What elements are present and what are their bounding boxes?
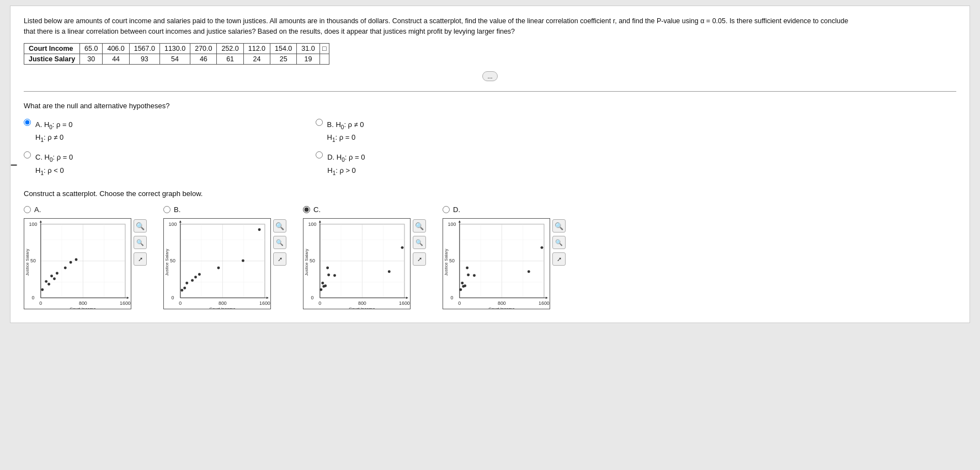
js-4: 54	[159, 54, 190, 64]
svg-marker-116	[546, 297, 548, 299]
svg-point-63	[242, 260, 244, 262]
ci-3: 1567.0	[129, 43, 159, 54]
svg-text:Justice Salary: Justice Salary	[25, 249, 30, 276]
svg-text:100: 100	[29, 221, 38, 227]
svg-point-122	[528, 270, 530, 273]
svg-point-89	[401, 246, 404, 249]
scatter-radio-c[interactable]	[303, 206, 310, 213]
graph-wrapper-d: 0 800 1600 0 50 100 Court Income Justice…	[443, 218, 566, 309]
ci-2: 406.0	[103, 43, 129, 54]
svg-point-24	[47, 283, 50, 286]
hypotheses-options-row2: C. H0: ρ = 0 H1: ρ < 0 D. H0: ρ = 0 H1: …	[24, 151, 956, 177]
svg-text:Court Income: Court Income	[349, 307, 375, 309]
court-income-label: Court Income	[24, 43, 80, 54]
hyp-b-h0: B. H0: ρ ≠ 0	[327, 119, 364, 132]
expand-icon-c[interactable]: ➚	[413, 252, 426, 266]
svg-point-31	[45, 280, 47, 283]
search-icon-c[interactable]: 🔍	[413, 219, 426, 233]
svg-text:Court Income: Court Income	[209, 307, 236, 309]
hypotheses-options: A. H0: ρ = 0 H1: ρ ≠ 0 B. H0: ρ ≠ 0 H1: …	[24, 119, 956, 145]
graph-icons-c: 🔍 🔍 ➚	[413, 218, 426, 266]
svg-point-124	[466, 267, 468, 270]
ci-1: 65.0	[80, 43, 103, 54]
ci-expand[interactable]: □	[319, 43, 329, 54]
ci-7: 112.0	[243, 43, 270, 54]
scatter-option-b: B. 0	[163, 205, 286, 309]
hyp-a-h1: H1: ρ ≠ 0	[35, 131, 73, 145]
scatter-header-c: C.	[303, 205, 321, 214]
justice-salary-label: Justice Salary	[24, 54, 80, 64]
svg-point-59	[194, 276, 197, 278]
search-minus-icon-c[interactable]: 🔍	[413, 236, 426, 249]
svg-text:50: 50	[30, 258, 36, 263]
svg-text:1600: 1600	[399, 300, 410, 306]
hyp-radio-a[interactable]	[24, 119, 31, 126]
js-empty	[319, 54, 329, 64]
search-minus-icon-a[interactable]: 🔍	[134, 236, 147, 249]
search-minus-icon-b[interactable]: 🔍	[273, 236, 286, 249]
graph-svg-b: 0 800 1600 0 50 100 Court Income Justice…	[164, 219, 270, 309]
hyp-a-h0: A. H0: ρ = 0	[35, 119, 73, 132]
svg-point-56	[183, 287, 186, 289]
svg-point-119	[461, 282, 464, 284]
scatter-radio-b[interactable]	[163, 206, 171, 213]
svg-point-25	[53, 277, 56, 280]
divider	[24, 91, 956, 92]
svg-marker-84	[406, 297, 408, 299]
hyp-text-a: A. H0: ρ = 0 H1: ρ ≠ 0	[35, 119, 73, 145]
search-minus-icon-d[interactable]: 🔍	[552, 236, 566, 249]
hyp-c-h0: C. H0: ρ = 0	[35, 151, 73, 165]
svg-point-23	[41, 288, 44, 291]
svg-point-30	[50, 274, 53, 277]
scatter-label-c: C.	[313, 205, 321, 214]
graph-svg-c: 0 800 1600 0 50 100 Court Income Justice…	[303, 219, 410, 309]
svg-text:100: 100	[448, 221, 456, 227]
scatter-label-a: A.	[34, 205, 41, 214]
graph-wrapper-c: 0 800 1600 0 50 100 Court Income Justice…	[303, 218, 426, 309]
svg-point-55	[180, 289, 183, 292]
js-1: 30	[80, 54, 103, 64]
graph-icons-a: 🔍 🔍 ➚	[134, 218, 147, 266]
svg-point-90	[388, 270, 391, 273]
svg-point-88	[333, 274, 336, 277]
svg-text:0: 0	[179, 300, 182, 306]
ellipsis-button[interactable]: ...	[482, 71, 497, 81]
svg-text:800: 800	[219, 300, 227, 306]
svg-text:800: 800	[498, 300, 506, 306]
scatter-radio-d[interactable]	[443, 206, 450, 213]
svg-text:100: 100	[308, 221, 317, 227]
svg-text:800: 800	[358, 300, 366, 306]
svg-text:0: 0	[458, 300, 461, 306]
svg-point-87	[321, 282, 324, 284]
svg-text:Court Income: Court Income	[488, 307, 515, 309]
search-icon-b[interactable]: 🔍	[273, 219, 286, 233]
search-icon-a[interactable]: 🔍	[134, 219, 147, 233]
problem-text: Listed below are amounts of court income…	[24, 16, 851, 38]
svg-text:0: 0	[172, 295, 174, 300]
svg-marker-22	[40, 220, 42, 223]
svg-point-95	[319, 288, 322, 291]
expand-icon-b[interactable]: ➚	[273, 252, 286, 266]
hyp-text-d: D. H0: ρ = 0 H1: ρ > 0	[327, 151, 365, 177]
scatter-option-a: A.	[24, 205, 147, 309]
svg-text:800: 800	[79, 300, 87, 306]
hyp-c-h1: H1: ρ < 0	[35, 165, 73, 178]
hyp-radio-d[interactable]	[316, 151, 323, 159]
svg-point-27	[64, 267, 67, 270]
expand-icon-a[interactable]: ➚	[134, 252, 147, 266]
graph-wrapper-a: 0 800 1600 0 50 100 Court Income Justice…	[24, 218, 147, 309]
svg-point-62	[258, 228, 261, 231]
table-row-justice-salary: Justice Salary 30 44 93 54 46 61 24 25 1…	[24, 54, 329, 64]
js-7: 24	[243, 54, 270, 64]
hyp-radio-b[interactable]	[316, 119, 323, 126]
search-icon-d[interactable]: 🔍	[552, 219, 566, 233]
svg-marker-52	[267, 297, 269, 299]
svg-text:0: 0	[318, 300, 321, 306]
svg-point-126	[464, 284, 466, 287]
expand-icon-d[interactable]: ➚	[552, 252, 566, 266]
svg-text:50: 50	[310, 258, 315, 263]
svg-text:1600: 1600	[259, 300, 270, 306]
scatter-radio-a[interactable]	[24, 206, 31, 213]
hyp-radio-c[interactable]	[24, 151, 31, 159]
svg-text:Justice Salary: Justice Salary	[304, 249, 309, 276]
